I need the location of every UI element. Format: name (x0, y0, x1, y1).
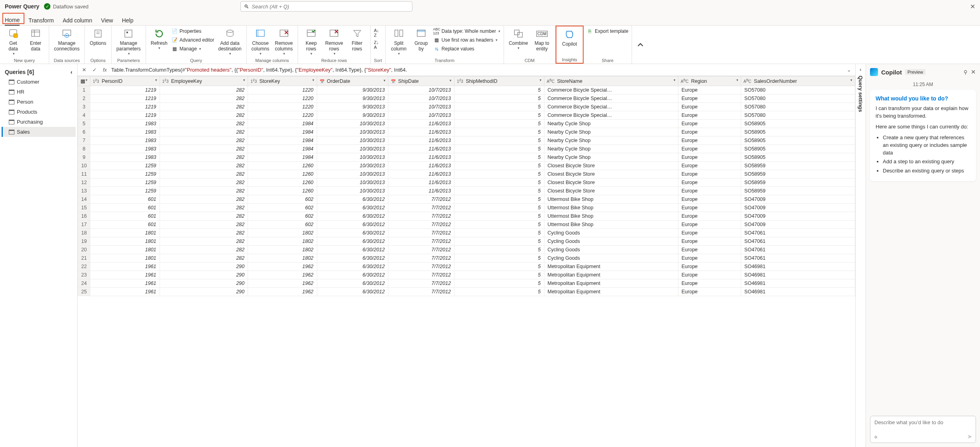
cell[interactable]: Nearby Cycle Shop (544, 153, 678, 162)
cell[interactable]: 1961 (90, 288, 160, 296)
data-type-button[interactable]: ABC123Data type: Whole number▾ (434, 27, 500, 35)
cell[interactable]: 5 (454, 195, 544, 204)
refresh-button[interactable]: Refresh▾ (149, 27, 169, 51)
formula-accept-icon[interactable]: ✓ (90, 67, 98, 73)
split-column-button[interactable]: Split column▾ (389, 27, 409, 56)
row-number[interactable]: 23 (78, 271, 90, 279)
cell[interactable]: 5 (454, 153, 544, 162)
sort-asc-button[interactable]: A↓Z (374, 27, 379, 38)
cell[interactable]: 6/30/2012 (317, 254, 388, 263)
cell[interactable]: SO57080 (741, 86, 855, 94)
map-to-entity-button[interactable]: CDMMap to entity (532, 27, 552, 52)
fx-icon[interactable]: fx (101, 67, 109, 73)
cell[interactable]: SO47009 (741, 195, 855, 204)
cell[interactable]: 7/7/2012 (388, 229, 454, 237)
table-row[interactable]: 176012826026/30/20127/7/20125Uttermost B… (78, 220, 855, 229)
row-number[interactable]: 5 (78, 120, 90, 128)
cell[interactable]: 5 (454, 128, 544, 136)
filter-dropdown-icon[interactable]: ▾ (450, 78, 452, 82)
cell[interactable]: 282 (160, 136, 248, 145)
cell[interactable]: Europe (678, 111, 741, 120)
query-item-sales[interactable]: Sales (2, 127, 76, 137)
table-row[interactable]: 121259282126010/30/201311/6/20135Closest… (78, 178, 855, 187)
cell[interactable]: 6/30/2012 (317, 204, 388, 212)
cell[interactable]: 1260 (248, 162, 317, 170)
cell[interactable]: Closest Bicycle Store (544, 187, 678, 195)
cell[interactable]: Europe (678, 128, 741, 136)
cell[interactable]: 282 (160, 103, 248, 111)
cell[interactable]: 5 (454, 103, 544, 111)
cell[interactable]: 601 (90, 195, 160, 204)
cell[interactable]: 9/30/2013 (317, 111, 388, 120)
cell[interactable]: Metropolitan Equipment (544, 263, 678, 271)
cell[interactable]: 1984 (248, 136, 317, 145)
cell[interactable]: Uttermost Bike Shop (544, 204, 678, 212)
cell[interactable]: 1220 (248, 94, 317, 103)
filter-dropdown-icon[interactable]: ▾ (312, 78, 314, 82)
manage-button[interactable]: ▦Manage▾ (172, 45, 214, 53)
cell[interactable]: Nearby Cycle Shop (544, 145, 678, 153)
cell[interactable]: SO47061 (741, 246, 855, 254)
cell[interactable]: 1260 (248, 178, 317, 187)
row-number[interactable]: 2 (78, 94, 90, 103)
cell[interactable]: 7/7/2012 (388, 237, 454, 246)
cell[interactable]: 1260 (248, 187, 317, 195)
cell[interactable]: Nearby Cycle Shop (544, 136, 678, 145)
cell[interactable]: Nearby Cycle Shop (544, 128, 678, 136)
cell[interactable]: 7/7/2012 (388, 204, 454, 212)
cell[interactable]: Nearby Cycle Shop (544, 120, 678, 128)
expand-settings-icon[interactable]: ‹ (860, 66, 861, 72)
cell[interactable]: Cycling Goods (544, 237, 678, 246)
table-row[interactable]: 24196129019626/30/20127/7/20125Metropoli… (78, 279, 855, 288)
cell[interactable]: 10/7/2013 (388, 94, 454, 103)
row-number[interactable]: 21 (78, 254, 90, 263)
cell[interactable]: 6/30/2012 (317, 237, 388, 246)
cell[interactable]: 601 (90, 212, 160, 220)
cell[interactable]: SO58905 (741, 120, 855, 128)
cell[interactable]: SO57080 (741, 103, 855, 111)
keep-rows-button[interactable]: Keep rows▾ (301, 27, 321, 56)
cell[interactable]: 282 (160, 220, 248, 229)
cell[interactable]: 9/30/2013 (317, 94, 388, 103)
collapse-ribbon-button[interactable] (632, 26, 649, 64)
cell[interactable]: 9/30/2013 (317, 86, 388, 94)
query-item-hr[interactable]: HR (2, 87, 76, 97)
cell[interactable]: Europe (678, 120, 741, 128)
cell[interactable]: Cycling Goods (544, 229, 678, 237)
cell[interactable]: Europe (678, 170, 741, 178)
cell[interactable]: 11/6/2013 (388, 178, 454, 187)
manage-parameters-button[interactable]: Manage parameters▾ (115, 27, 142, 56)
table-row[interactable]: 19180128218026/30/20127/7/20125Cycling G… (78, 237, 855, 246)
cell[interactable]: 5 (454, 237, 544, 246)
cell[interactable]: 5 (454, 136, 544, 145)
cell[interactable]: 282 (160, 111, 248, 120)
cell[interactable]: 10/30/2013 (317, 128, 388, 136)
cell[interactable]: 5 (454, 220, 544, 229)
cell[interactable]: 11/6/2013 (388, 145, 454, 153)
cell[interactable]: 1220 (248, 103, 317, 111)
query-item-person[interactable]: Person (2, 97, 76, 107)
cell[interactable]: 9/30/2013 (317, 103, 388, 111)
cell[interactable]: Europe (678, 212, 741, 220)
cell[interactable]: 1962 (248, 263, 317, 271)
row-number[interactable]: 24 (78, 279, 90, 288)
manage-connections-button[interactable]: Manage connections (52, 27, 81, 52)
filter-dropdown-icon[interactable]: ▾ (674, 78, 676, 82)
cell[interactable]: 282 (160, 170, 248, 178)
cell[interactable]: 10/7/2013 (388, 103, 454, 111)
cell[interactable]: Commerce Bicycle Special… (544, 86, 678, 94)
cell[interactable]: 1801 (90, 254, 160, 263)
cell[interactable]: Europe (678, 94, 741, 103)
cell[interactable]: 282 (160, 86, 248, 94)
cell[interactable]: 5 (454, 279, 544, 288)
cell[interactable]: SO57080 (741, 94, 855, 103)
cell[interactable]: 6/30/2012 (317, 279, 388, 288)
cell[interactable]: 11/6/2013 (388, 128, 454, 136)
row-number[interactable]: 19 (78, 237, 90, 246)
table-row[interactable]: 91983282198410/30/201311/6/20135Nearby C… (78, 153, 855, 162)
tab-home[interactable]: Home (5, 15, 20, 26)
cell[interactable]: 1259 (90, 187, 160, 195)
row-number[interactable]: 15 (78, 204, 90, 212)
filter-dropdown-icon[interactable]: ▾ (155, 78, 157, 82)
export-template-button[interactable]: ⎘Export template (587, 27, 628, 35)
